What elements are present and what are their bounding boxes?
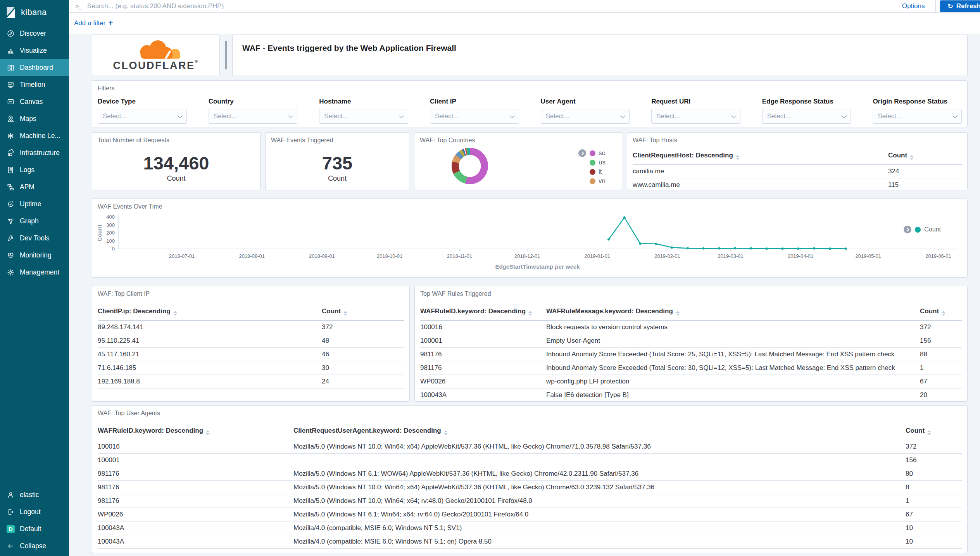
legend-dot[interactable] (915, 227, 921, 233)
sidebar-item-maps[interactable]: Maps (0, 110, 69, 127)
kibana-logo[interactable]: kibana (0, 0, 69, 25)
table-cell: 981176 (98, 467, 293, 481)
filter-label: Country (209, 98, 298, 105)
sidebar-item-graph[interactable]: Graph (0, 212, 69, 230)
refresh-wrap: Refresh (935, 0, 980, 12)
filter-select-origin-response-status[interactable]: Select... (873, 109, 962, 124)
legend-item-sc[interactable]: sc (590, 149, 606, 157)
table-cell: Inbound Anomaly Score Exceeded (Total Sc… (546, 361, 920, 375)
filter-field-edge-response-status: Edge Response StatusSelect... (762, 98, 851, 124)
table-row: www.camilia.me115 (633, 178, 962, 191)
table-cell: Empty User-Agent (546, 334, 920, 348)
filter-select-client-ip[interactable]: Select... (430, 109, 519, 124)
sidebar-item-dashboard[interactable]: Dashboard (0, 59, 69, 76)
metric-value: 735 (266, 154, 409, 172)
sidebar-item-discover[interactable]: Discover (0, 25, 69, 42)
legend-item-it[interactable]: it (590, 168, 606, 176)
filter-select-country[interactable]: Select... (209, 109, 298, 124)
panel-resize-handle[interactable] (225, 41, 227, 69)
panel-title: WAF: Top User Agents (92, 406, 967, 417)
legend-expand-icon[interactable] (904, 226, 911, 233)
sidebar-item-dev-tools[interactable]: Dev Tools (0, 230, 69, 247)
column-header[interactable]: Count (888, 152, 962, 165)
table-cell: False IE6 detection [Type B] (546, 389, 920, 402)
add-filter-label: Add a filter (74, 19, 105, 27)
filter-select-hostname[interactable]: Select... (319, 109, 408, 124)
table-cell: Mozilla/4.0 (compatible; MSIE 6.0; Windo… (293, 535, 906, 549)
legend-item-us[interactable]: us (590, 159, 606, 166)
table-cell: 372 (920, 321, 962, 334)
collapse-icon (7, 542, 15, 550)
logs-icon (7, 166, 15, 174)
filter-field-origin-response-status: Origin Response StatusSelect... (873, 98, 962, 124)
filter-select-device-type[interactable]: Select... (98, 109, 187, 124)
metric-label: Count (266, 174, 409, 183)
table-cell: camilia.me (633, 165, 888, 178)
legend-label: us (599, 159, 606, 166)
table-cell: 115 (888, 178, 962, 191)
sidebar-item-collapse[interactable]: Collapse (0, 537, 69, 554)
sidebar-item-uptime[interactable]: Uptime (0, 195, 69, 212)
table-cell: Mozilla/5.0 (Windows NT 6.1; Win64; x64;… (293, 508, 906, 521)
table-row: 192.169.188.824 (98, 375, 404, 389)
select-placeholder: Select... (546, 112, 569, 120)
column-header[interactable]: Count (906, 427, 962, 440)
dashboard-title-panel: WAF - Events triggered by the Web Applic… (232, 34, 968, 76)
chevron-down-icon (399, 113, 404, 118)
sidebar-item-default[interactable]: DDefault (0, 520, 69, 537)
svg-text:2019-01-01: 2019-01-01 (585, 253, 611, 259)
legend-dot (590, 178, 595, 184)
top-hosts-panel: WAF: Top Hosts ClientRequestHost: Descen… (627, 132, 968, 190)
svg-text:2019-02-01: 2019-02-01 (654, 253, 680, 259)
column-header[interactable]: Count (920, 307, 962, 321)
plus-icon (108, 19, 113, 28)
top-client-ip-panel: WAF: Top Client IP ClientIP.ip: Descendi… (92, 286, 410, 402)
filter-select-user-agent[interactable]: Select... (541, 109, 630, 124)
add-filter-button[interactable]: Add a filter (74, 19, 113, 28)
sidebar-item-logout[interactable]: Logout (0, 503, 69, 520)
sidebar-item-elastic[interactable]: elastic (0, 486, 69, 503)
sidebar-item-logs[interactable]: Logs (0, 161, 69, 178)
column-header[interactable]: ClientRequestHost: Descending (633, 152, 888, 165)
table-row: 45.117.160.2146 (98, 348, 404, 361)
sidebar-item-timelion[interactable]: Timelion (0, 76, 69, 93)
legend-expand-icon[interactable] (578, 149, 586, 157)
column-header[interactable]: WAFRuleMessage.keyword: Descending (546, 307, 920, 321)
column-header[interactable]: Count (322, 307, 404, 321)
sidebar-item-label: Graph (20, 217, 39, 225)
total-requests-panel: Total Number of Requests 134,460 Count (92, 132, 261, 190)
legend-label: sc (599, 149, 605, 157)
top-waf-rules-panel: Top WAF Rules Triggered WAFRuleID.keywor… (414, 286, 968, 402)
table-cell: 192.169.188.8 (98, 375, 322, 389)
sidebar-item-infrastructure[interactable]: Infrastructure (0, 144, 69, 161)
svg-text:2019-05-01: 2019-05-01 (856, 253, 882, 259)
sidebar-item-management[interactable]: Management (0, 264, 69, 281)
column-header[interactable]: ClientRequestUserAgent.keyword: Descendi… (293, 427, 906, 440)
filter-select-request-uri[interactable]: Select... (651, 109, 740, 124)
filter-select-edge-response-status[interactable]: Select... (762, 109, 851, 124)
table-cell: 100043A (98, 521, 293, 535)
options-button[interactable]: Options (891, 2, 936, 10)
sidebar-item-monitoring[interactable]: Monitoring (0, 247, 69, 264)
legend-label[interactable]: Count (924, 226, 941, 233)
table-row: 981176Mozilla/5.0 (Windows NT 10.0; Win6… (98, 481, 962, 494)
refresh-button[interactable]: Refresh (940, 0, 980, 12)
sidebar-item-label: Uptime (20, 200, 41, 208)
sidebar-item-machine-le[interactable]: Machine Le... (0, 127, 69, 144)
svg-text:Count: Count (96, 224, 103, 241)
sidebar-item-canvas[interactable]: Canvas (0, 93, 69, 110)
space-badge-icon: D (7, 525, 15, 533)
column-header[interactable]: ClientIP.ip: Descending (98, 307, 322, 321)
table-cell: 95.110.225.41 (98, 334, 322, 348)
top-countries-donut[interactable] (452, 148, 488, 184)
legend-item-vn[interactable]: vn (590, 177, 606, 185)
column-header[interactable]: WAFRuleID.keyword: Descending (420, 307, 546, 321)
table-cell: 372 (322, 321, 404, 334)
search-input[interactable] (82, 2, 891, 10)
sidebar-item-apm[interactable]: APM (0, 178, 69, 195)
legend-dot (590, 169, 595, 175)
column-header[interactable]: WAFRuleID.keyword: Descending (98, 427, 293, 440)
filter-label: User Agent (541, 98, 630, 105)
sidebar-item-visualize[interactable]: Visualize (0, 42, 69, 59)
filter-label: Origin Response Status (873, 98, 962, 105)
